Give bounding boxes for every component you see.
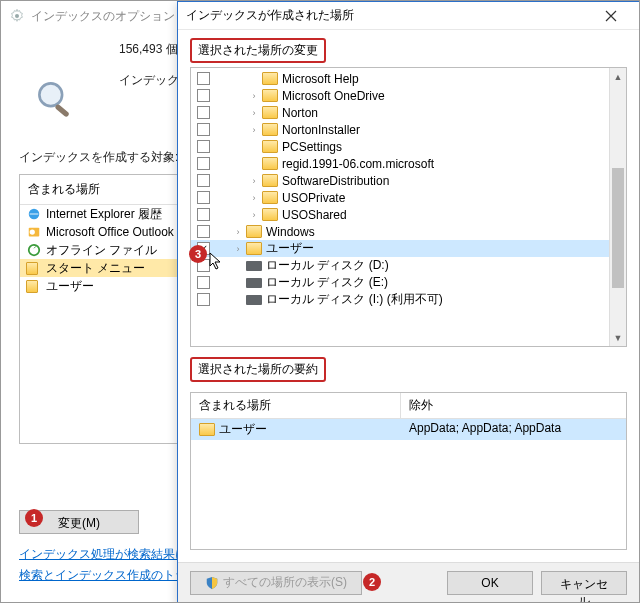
ie-icon xyxy=(26,206,42,222)
dialog-title: インデックスが作成された場所 xyxy=(186,7,591,24)
svg-point-5 xyxy=(30,229,35,234)
tree-checkbox[interactable] xyxy=(197,191,210,204)
tree-row[interactable]: ›Windows xyxy=(191,223,609,240)
change-locations-label: 選択された場所の変更 xyxy=(190,38,326,63)
drive-icon xyxy=(246,295,262,305)
back-title: インデックスのオプション xyxy=(31,8,175,25)
tree-expander[interactable]: › xyxy=(248,176,260,186)
svg-rect-2 xyxy=(54,104,69,118)
tree-row[interactable]: ›USOPrivate xyxy=(191,189,609,206)
gear-icon xyxy=(9,8,25,24)
tree-expander[interactable]: › xyxy=(248,193,260,203)
tree-label: NortonInstaller xyxy=(282,123,360,137)
tree-expander[interactable]: › xyxy=(248,210,260,220)
tree-label: USOShared xyxy=(282,208,347,222)
shield-icon xyxy=(205,576,219,590)
folder-icon xyxy=(199,423,215,436)
callout-2: 2 xyxy=(363,573,381,591)
tree-row[interactable]: ✓›ユーザー xyxy=(191,240,609,257)
tree-row[interactable]: ›SoftwareDistribution xyxy=(191,172,609,189)
summary-loc: ユーザー xyxy=(219,421,267,438)
tree-row[interactable]: ローカル ディスク (D:) xyxy=(191,257,609,274)
tree-row[interactable]: ›Norton xyxy=(191,104,609,121)
tree-label: USOPrivate xyxy=(282,191,345,205)
dialog-footer: すべての場所の表示(S) OK キャンセル xyxy=(178,562,639,602)
folder-icon xyxy=(26,278,42,294)
scroll-thumb[interactable] xyxy=(612,168,624,288)
tree-row[interactable]: ローカル ディスク (I:) (利用不可) xyxy=(191,291,609,308)
col-excluded: 除外 xyxy=(401,393,626,418)
summary-label: 選択された場所の要約 xyxy=(190,357,326,382)
item-label: オフライン ファイル xyxy=(46,242,157,259)
drive-icon xyxy=(246,261,262,271)
folder-icon xyxy=(246,225,262,238)
tree-checkbox[interactable] xyxy=(197,123,210,136)
tree-label: Microsoft Help xyxy=(282,72,359,86)
item-label: Microsoft Office Outlook xyxy=(46,225,174,239)
tree-expander[interactable]: › xyxy=(232,244,244,254)
tree-expander[interactable]: › xyxy=(248,91,260,101)
folder-icon xyxy=(26,260,42,276)
folder-icon xyxy=(262,208,278,221)
drive-icon xyxy=(246,278,262,288)
tree-checkbox[interactable] xyxy=(197,276,210,289)
tree-checkbox[interactable] xyxy=(197,225,210,238)
tree-label: Windows xyxy=(266,225,315,239)
outlook-icon xyxy=(26,224,42,240)
tree-checkbox[interactable] xyxy=(197,174,210,187)
sync-icon xyxy=(26,242,42,258)
item-label: Internet Explorer 履歴 xyxy=(46,206,162,223)
svg-point-0 xyxy=(15,14,19,18)
tree-checkbox[interactable] xyxy=(197,106,210,119)
ok-button[interactable]: OK xyxy=(447,571,533,595)
summary-row[interactable]: ユーザー AppData; AppData; AppData xyxy=(191,419,626,440)
cancel-button[interactable]: キャンセル xyxy=(541,571,627,595)
tree-label: ローカル ディスク (D:) xyxy=(266,257,389,274)
summary-excl: AppData; AppData; AppData xyxy=(401,419,569,440)
tree-expander[interactable]: › xyxy=(248,108,260,118)
tree-checkbox[interactable] xyxy=(197,157,210,170)
summary-list: 含まれる場所 除外 ユーザー AppData; AppData; AppData xyxy=(190,392,627,550)
tree-checkbox[interactable] xyxy=(197,89,210,102)
tree-checkbox[interactable] xyxy=(197,72,210,85)
tree-row[interactable]: PCSettings xyxy=(191,138,609,155)
tree-label: SoftwareDistribution xyxy=(282,174,389,188)
item-label: ユーザー xyxy=(46,278,94,295)
tree-checkbox[interactable] xyxy=(197,208,210,221)
summary-header: 含まれる場所 除外 xyxy=(191,393,626,419)
tree-checkbox[interactable] xyxy=(197,140,210,153)
close-button[interactable] xyxy=(591,3,631,29)
folder-icon xyxy=(262,191,278,204)
dialog-titlebar: インデックスが作成された場所 xyxy=(178,2,639,30)
folder-icon xyxy=(246,242,262,255)
folder-icon xyxy=(262,157,278,170)
tree-expander[interactable]: › xyxy=(248,125,260,135)
tree-row[interactable]: Microsoft Help xyxy=(191,70,609,87)
tree-expander[interactable]: › xyxy=(232,227,244,237)
scroll-up-button[interactable]: ▲ xyxy=(610,68,626,85)
tree-row[interactable]: ›NortonInstaller xyxy=(191,121,609,138)
folder-icon xyxy=(262,89,278,102)
scroll-down-button[interactable]: ▼ xyxy=(610,329,626,346)
tree-row[interactable]: ›Microsoft OneDrive xyxy=(191,87,609,104)
tree-label: regid.1991-06.com.microsoft xyxy=(282,157,434,171)
tree-row[interactable]: regid.1991-06.com.microsoft xyxy=(191,155,609,172)
tree-label: Norton xyxy=(282,106,318,120)
tree-label: Microsoft OneDrive xyxy=(282,89,385,103)
magnifier-icon xyxy=(35,79,77,121)
svg-point-1 xyxy=(39,83,62,106)
tree-checkbox[interactable] xyxy=(197,293,210,306)
col-included: 含まれる場所 xyxy=(191,393,401,418)
locations-tree: Microsoft Help›Microsoft OneDrive›Norton… xyxy=(190,67,627,347)
tree-row[interactable]: ›USOShared xyxy=(191,206,609,223)
callout-3: 3 xyxy=(189,245,207,263)
folder-icon xyxy=(262,140,278,153)
callout-1: 1 xyxy=(25,509,43,527)
show-all-locations-button[interactable]: すべての場所の表示(S) xyxy=(190,571,362,595)
tree-scrollbar[interactable]: ▲ ▼ xyxy=(609,68,626,346)
svg-point-6 xyxy=(29,245,40,256)
tree-row[interactable]: ローカル ディスク (E:) xyxy=(191,274,609,291)
tree-label: ローカル ディスク (E:) xyxy=(266,274,388,291)
tree-label: PCSettings xyxy=(282,140,342,154)
folder-icon xyxy=(262,174,278,187)
